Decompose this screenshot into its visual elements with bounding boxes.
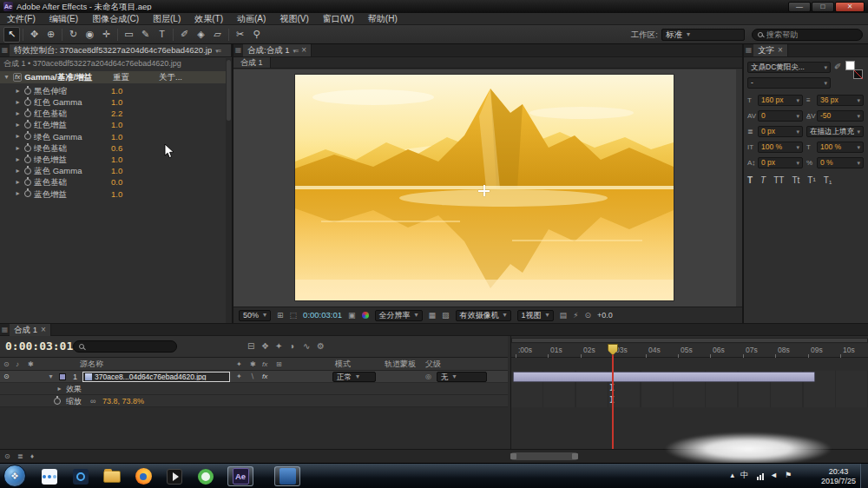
parent-header[interactable]: 父级: [425, 360, 441, 368]
panel-grip-icon[interactable]: [0, 44, 10, 56]
network-icon[interactable]: [757, 473, 764, 480]
small-caps-icon[interactable]: Tt: [792, 176, 799, 185]
stopwatch-icon[interactable]: [24, 110, 31, 117]
menu-animation[interactable]: 动画(A): [230, 13, 273, 24]
taskbar-clock[interactable]: 20:43 2019/7/25: [821, 467, 856, 485]
menu-window[interactable]: 窗口(W): [316, 13, 361, 24]
work-area-bar[interactable]: [511, 338, 868, 343]
layer-twirl-icon[interactable]: [47, 373, 55, 380]
close-tab-icon[interactable]: [41, 326, 46, 334]
roto-brush-tool-icon[interactable]: ✂: [232, 27, 248, 43]
frame-blending-icon[interactable]: ◑: [289, 342, 294, 351]
layer-name[interactable]: 370ace8...04d64c76ebad4620.jpg: [95, 373, 207, 381]
grid-options-icon[interactable]: ⊞: [277, 312, 284, 320]
viewer-scrollbar[interactable]: [736, 69, 742, 307]
stopwatch-icon[interactable]: [24, 179, 31, 186]
twirl-icon[interactable]: [14, 190, 22, 197]
all-caps-icon[interactable]: TT: [773, 176, 784, 185]
close-tab-icon[interactable]: [301, 46, 306, 55]
property-value[interactable]: 2.2: [111, 109, 122, 118]
faux-italic-icon[interactable]: T: [760, 176, 766, 185]
effect-about-button[interactable]: 关于...: [159, 73, 182, 82]
stroke-fill-mode-dropdown[interactable]: 在描边上填充: [806, 126, 864, 137]
player-app-icon[interactable]: [161, 466, 187, 486]
volume-icon[interactable]: ◄: [770, 472, 778, 479]
menu-composition[interactable]: 图像合成(C): [85, 13, 146, 24]
effects-group-label[interactable]: 效果: [66, 386, 82, 393]
property-value[interactable]: 1.0: [111, 155, 122, 164]
workspace-dropdown[interactable]: 标准: [661, 29, 745, 41]
twirl-icon[interactable]: [14, 133, 22, 140]
eyedropper-icon[interactable]: ✐: [834, 63, 841, 71]
trkmat-header[interactable]: 轨道蒙板: [385, 360, 416, 368]
snapshot-icon[interactable]: ▣: [348, 312, 356, 320]
menu-edit[interactable]: 编辑(E): [43, 13, 85, 24]
unified-camera-tool-icon[interactable]: ◉: [82, 27, 98, 43]
tab-effect-controls[interactable]: 特效控制台: 370ace8df53227a204d64c76ebad4620.…: [10, 44, 232, 56]
panel-grip-icon[interactable]: [0, 324, 10, 335]
timeline-timecode[interactable]: 0:00:03:01: [5, 340, 73, 352]
constrain-proportions-icon[interactable]: ∞: [90, 398, 95, 406]
twirl-icon[interactable]: [14, 156, 22, 163]
draft-3d-icon[interactable]: ❖: [261, 342, 269, 351]
transparency-grid-icon[interactable]: ▨: [442, 312, 450, 320]
panel-grip-icon[interactable]: [233, 44, 243, 56]
current-time-indicator-line[interactable]: [612, 344, 614, 449]
tab-composition[interactable]: 合成:合成 1: [243, 44, 312, 56]
subscript-icon[interactable]: T₁: [824, 176, 832, 185]
viewer-timecode[interactable]: 0:00:03:01: [303, 311, 342, 320]
rotation-tool-icon[interactable]: ↻: [65, 27, 82, 43]
comp-viewer[interactable]: [233, 69, 742, 307]
menu-effect[interactable]: 效果(T): [187, 13, 230, 24]
ime-indicator-icon[interactable]: 中: [740, 472, 748, 479]
puppet-pin-tool-icon[interactable]: ⚲: [248, 27, 265, 43]
stopwatch-icon[interactable]: [24, 168, 31, 175]
pan-behind-tool-icon[interactable]: ✛: [98, 27, 115, 43]
vertical-scrollbar[interactable]: [226, 58, 232, 323]
stopwatch-icon[interactable]: [24, 122, 31, 129]
firefox-icon[interactable]: [130, 466, 156, 486]
layer-visibility-eye-icon[interactable]: ⊙: [3, 373, 10, 380]
effects-twirl-icon[interactable]: [56, 386, 63, 392]
fast-preview-icon[interactable]: ⚡: [573, 312, 578, 320]
timeline-track-area[interactable]: :00s 01s 02s 03s 04s 05s 06s 07s 08s 09s…: [510, 336, 868, 449]
comp-mini-flowchart-icon[interactable]: ⊟: [247, 342, 254, 351]
tracking-field[interactable]: -50: [817, 110, 864, 122]
property-value[interactable]: 1.0: [111, 190, 122, 199]
stopwatch-icon[interactable]: [24, 145, 31, 152]
minimize-button[interactable]: —: [788, 2, 811, 12]
media-app-icon[interactable]: [68, 466, 94, 486]
action-center-flag-icon[interactable]: ⚑: [785, 472, 792, 479]
layer-duration-bar[interactable]: [513, 372, 815, 382]
motion-blur-icon[interactable]: ∿: [303, 342, 310, 351]
mode-header[interactable]: 模式: [335, 360, 351, 368]
property-value[interactable]: 1.0: [111, 121, 122, 129]
document-app-icon[interactable]: [274, 466, 300, 486]
zoom-tool-icon[interactable]: ⊕: [43, 27, 59, 43]
layer-name-box[interactable]: 370ace8...04d64c76ebad4620.jpg: [82, 372, 230, 382]
view-layout-dropdown[interactable]: 1视图: [517, 310, 554, 321]
stroke-width-field[interactable]: 0 px: [758, 126, 803, 137]
camera-view-dropdown[interactable]: 有效摄像机: [456, 310, 511, 321]
show-desktop-button[interactable]: [860, 464, 868, 488]
type-tool-icon[interactable]: T: [154, 27, 170, 43]
selection-tool-icon[interactable]: ↖: [3, 27, 20, 43]
property-value[interactable]: 1.0: [111, 98, 122, 107]
menu-view[interactable]: 视图(V): [273, 13, 315, 24]
after-effects-taskbar-icon[interactable]: Ae: [227, 466, 253, 486]
time-ruler[interactable]: :00s 01s 02s 03s 04s 05s 06s 07s 08s 09s…: [511, 344, 868, 358]
property-value[interactable]: 1.0: [111, 87, 122, 96]
chat-app-icon[interactable]: [36, 466, 62, 486]
explorer-icon[interactable]: [99, 466, 125, 486]
maximize-button[interactable]: □: [812, 2, 834, 12]
twirl-icon[interactable]: [14, 99, 22, 106]
clone-stamp-tool-icon[interactable]: ◈: [193, 27, 209, 43]
fx-icon[interactable]: fx: [13, 73, 22, 82]
close-button[interactable]: ✕: [835, 2, 865, 12]
panel-menu-icon[interactable]: [293, 46, 299, 55]
fill-color-swatch[interactable]: [845, 61, 855, 70]
twirl-icon[interactable]: [14, 179, 22, 186]
timeline-search-input[interactable]: [88, 342, 171, 351]
fill-stroke-swatches[interactable]: [845, 61, 865, 82]
brush-tool-icon[interactable]: ✐: [176, 27, 193, 43]
